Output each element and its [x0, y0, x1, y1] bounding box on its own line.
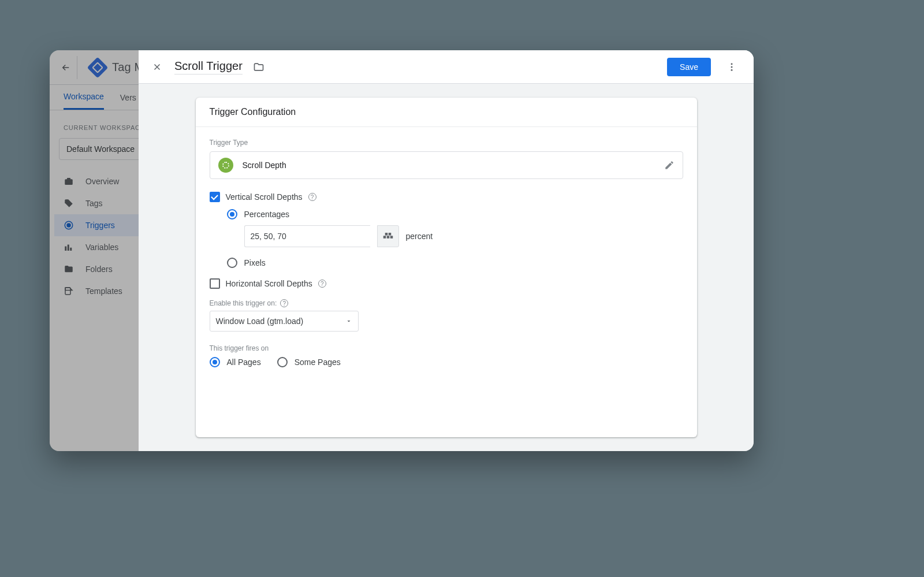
help-icon[interactable]: ?	[308, 193, 316, 201]
close-icon	[152, 62, 162, 72]
pencil-icon[interactable]	[664, 160, 675, 170]
panel-header: Scroll Trigger Save	[139, 50, 754, 84]
svg-rect-11	[383, 236, 386, 239]
card-header: Trigger Configuration	[196, 98, 697, 127]
svg-rect-14	[385, 233, 388, 236]
all-pages-label: All Pages	[227, 358, 261, 367]
percentages-input[interactable]	[244, 225, 370, 247]
trigger-type-label: Trigger Type	[210, 139, 683, 147]
fires-on-label: This trigger fires on	[210, 344, 683, 352]
all-pages-radio[interactable]	[210, 357, 220, 367]
percentages-label: Percentages	[244, 210, 290, 219]
some-pages-label: Some Pages	[295, 358, 341, 367]
help-icon[interactable]: ?	[280, 299, 288, 307]
svg-rect-13	[390, 236, 393, 239]
vertical-scroll-label: Vertical Scroll Depths	[226, 192, 303, 202]
horizontal-scroll-checkbox[interactable]	[210, 278, 220, 289]
svg-point-9	[731, 66, 733, 68]
svg-point-10	[731, 69, 733, 70]
more-menu-button[interactable]	[721, 57, 742, 77]
svg-rect-15	[388, 233, 391, 236]
trigger-type-selector[interactable]: Scroll Depth	[210, 151, 683, 179]
svg-point-8	[731, 63, 733, 65]
trigger-editor-panel: Scroll Trigger Save Trigger Configuratio…	[139, 50, 754, 451]
some-pages-radio[interactable]	[277, 357, 288, 367]
enable-trigger-select[interactable]: Window Load (gtm.load)	[210, 311, 359, 332]
more-vert-icon	[726, 62, 737, 72]
pixels-label: Pixels	[244, 258, 266, 267]
chevron-down-icon	[345, 318, 352, 325]
enable-trigger-value: Window Load (gtm.load)	[216, 317, 304, 326]
trigger-type-name: Scroll Depth	[243, 161, 655, 170]
brick-icon	[383, 232, 393, 240]
vertical-scroll-checkbox[interactable]	[210, 192, 220, 202]
horizontal-scroll-label: Horizontal Scroll Depths	[226, 279, 312, 288]
folder-icon[interactable]	[253, 61, 264, 73]
svg-rect-12	[386, 236, 389, 239]
enable-trigger-label: Enable this trigger on:	[210, 299, 277, 307]
help-icon[interactable]: ?	[318, 280, 326, 288]
pixels-radio[interactable]	[227, 258, 237, 268]
percent-unit-label: percent	[406, 232, 433, 241]
save-button[interactable]: Save	[667, 58, 711, 76]
scroll-depth-icon	[218, 158, 233, 173]
trigger-name-input[interactable]: Scroll Trigger	[174, 59, 243, 75]
variable-picker-button[interactable]	[377, 225, 399, 247]
trigger-config-card: Trigger Configuration Trigger Type Scrol…	[196, 98, 697, 437]
close-button[interactable]	[150, 60, 164, 74]
percentages-radio[interactable]	[227, 209, 237, 219]
